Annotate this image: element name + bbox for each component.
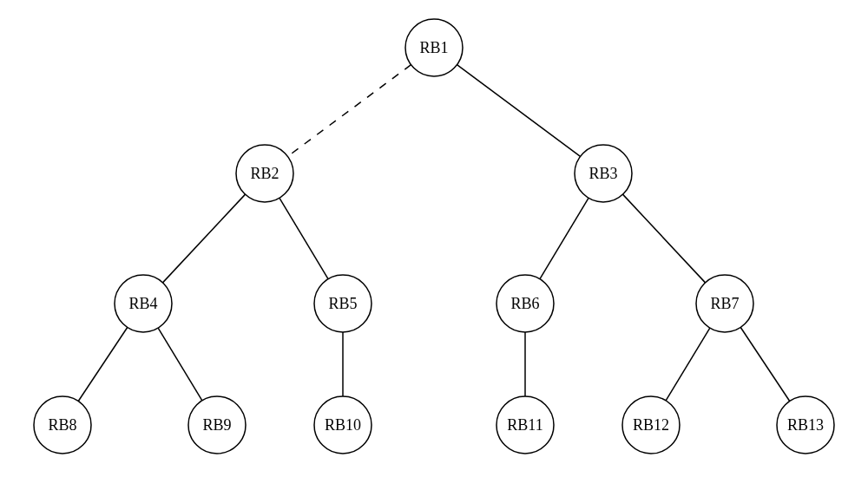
- tree-edge: [78, 327, 127, 401]
- node-label: RB4: [128, 295, 157, 312]
- tree-edge: [540, 198, 589, 278]
- node-label: RB1: [419, 39, 448, 56]
- node-label: RB2: [250, 165, 279, 182]
- tree-node: RB6: [496, 275, 554, 332]
- tree-node: RB13: [777, 396, 834, 454]
- tree-node: RB7: [696, 275, 753, 332]
- tree-edge: [279, 198, 328, 278]
- tree-node: RB9: [188, 396, 246, 454]
- tree-node: RB2: [236, 145, 293, 202]
- tree-edge: [287, 65, 411, 157]
- tree-edge: [163, 194, 246, 283]
- tree-node: RB10: [314, 396, 372, 454]
- node-label: RB3: [589, 165, 617, 182]
- tree-node: RB12: [622, 396, 680, 454]
- edges-layer: [78, 65, 789, 402]
- node-label: RB9: [202, 416, 231, 434]
- node-label: RB8: [48, 416, 76, 434]
- tree-edge: [623, 194, 706, 283]
- tree-node: RB5: [314, 275, 372, 332]
- nodes-layer: RB1RB2RB3RB4RB5RB6RB7RB8RB9RB10RB11RB12R…: [34, 19, 834, 454]
- tree-edge: [740, 327, 789, 401]
- tree-edge: [158, 328, 202, 401]
- tree-node: RB3: [575, 145, 632, 202]
- node-label: RB13: [787, 416, 824, 434]
- node-label: RB5: [328, 295, 357, 312]
- tree-node: RB4: [115, 275, 172, 332]
- node-label: RB7: [710, 295, 739, 312]
- node-label: RB12: [633, 416, 669, 434]
- tree-node: RB1: [405, 19, 463, 76]
- node-label: RB11: [507, 416, 542, 434]
- tree-edge: [457, 65, 580, 157]
- tree-node: RB11: [496, 396, 554, 454]
- node-label: RB6: [510, 295, 539, 312]
- node-label: RB10: [325, 416, 361, 434]
- tree-edge: [666, 328, 710, 401]
- tree-diagram: RB1RB2RB3RB4RB5RB6RB7RB8RB9RB10RB11RB12R…: [0, 0, 868, 490]
- tree-node: RB8: [34, 396, 91, 454]
